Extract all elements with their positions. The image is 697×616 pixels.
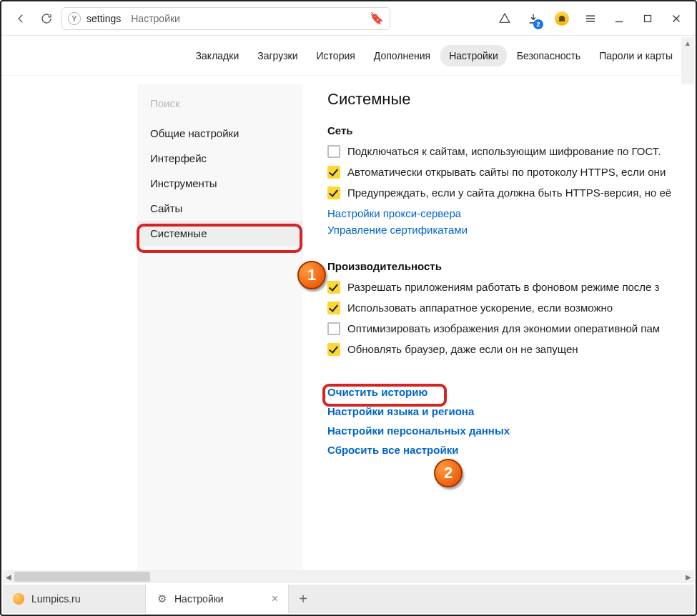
tab-passwords[interactable]: Пароли и карты <box>590 45 681 66</box>
sidebar-search[interactable]: Поиск <box>137 91 303 121</box>
settings-body: Поиск Общие настройки Интерфейс Инструме… <box>1 76 696 582</box>
tab-settings[interactable]: Настройки <box>440 45 507 66</box>
link-personal-data[interactable]: Настройки персональных данных <box>327 424 693 437</box>
scroll-left-icon[interactable]: ◀ <box>3 570 14 583</box>
opt-label: Разрешать приложениям работать в фоновом… <box>347 281 660 293</box>
window-maximize[interactable] <box>636 8 660 29</box>
section-network-heading: Сеть <box>327 124 693 136</box>
action-links: Очистить историю Настройки языка и регио… <box>327 386 693 456</box>
tab-history[interactable]: История <box>308 45 364 66</box>
address-bar[interactable]: Y settings Настройки 🔖 <box>61 7 390 30</box>
checkbox-icon[interactable] <box>327 322 340 335</box>
tab-addons[interactable]: Дополнения <box>365 45 439 66</box>
checkbox-icon[interactable] <box>327 343 340 356</box>
downloads-badge: 2 <box>533 19 543 29</box>
opt-update-browser[interactable]: Обновлять браузер, даже если он не запущ… <box>327 343 693 356</box>
link-proxy-settings[interactable]: Настройки прокси-сервера <box>327 207 693 219</box>
annotation-marker-2: 2 <box>434 459 463 487</box>
checkbox-icon[interactable] <box>327 187 340 199</box>
window-minimize[interactable] <box>607 8 631 29</box>
close-icon[interactable]: × <box>272 592 278 605</box>
settings-tabs: Закладки Загрузки История Дополнения Нас… <box>1 36 696 76</box>
opt-label: Использовать аппаратное ускорение, если … <box>347 302 613 314</box>
opt-label: Обновлять браузер, даже если он не запущ… <box>347 343 578 355</box>
menu-icon[interactable] <box>578 8 603 29</box>
opt-label: Подключаться к сайтам, использующим шифр… <box>347 145 661 157</box>
page-title: Системные <box>327 90 693 109</box>
settings-sidebar: Поиск Общие настройки Интерфейс Инструме… <box>137 84 303 582</box>
address-url: settings <box>86 13 121 24</box>
tab-downloads[interactable]: Загрузки <box>249 45 306 66</box>
browser-chrome: Y settings Настройки 🔖 2 <box>1 1 696 36</box>
scroll-up-icon[interactable]: ▲ <box>681 37 694 49</box>
profile-avatar[interactable] <box>550 8 574 29</box>
link-cert-management[interactable]: Управление сертификатами <box>327 224 693 236</box>
opt-label: Автоматически открывать сайты по протоко… <box>347 166 666 178</box>
browser-tabstrip: Lumpics.ru ⚙ Настройки × + <box>3 585 694 613</box>
browser-tab-lumpics[interactable]: Lumpics.ru <box>3 585 146 613</box>
back-button[interactable] <box>10 8 31 29</box>
link-clear-history[interactable]: Очистить историю <box>327 386 693 398</box>
favicon-icon <box>13 593 24 605</box>
checkbox-icon[interactable] <box>327 166 340 179</box>
section-performance-heading: Производительность <box>327 260 693 272</box>
gear-icon: ⚙ <box>156 593 167 605</box>
sidebar-item-sites[interactable]: Сайты <box>137 196 303 221</box>
annotation-marker-1: 1 <box>297 261 326 289</box>
opt-https-warn[interactable]: Предупреждать, если у сайта должна быть … <box>327 187 693 199</box>
opt-label: Предупреждать, если у сайта должна быть … <box>347 187 671 199</box>
sidebar-item-general[interactable]: Общие настройки <box>137 121 303 146</box>
svg-rect-0 <box>645 15 651 21</box>
new-tab-button[interactable]: + <box>289 585 317 613</box>
browser-tab-settings[interactable]: ⚙ Настройки × <box>146 585 289 613</box>
window-close[interactable] <box>664 8 688 29</box>
tab-title: Настройки <box>174 593 224 605</box>
opt-label: Оптимизировать изображения для экономии … <box>347 322 660 334</box>
alice-icon[interactable] <box>493 8 517 29</box>
scrollbar-thumb[interactable] <box>14 572 150 582</box>
checkbox-icon[interactable] <box>327 145 340 158</box>
bookmark-icon[interactable]: 🔖 <box>370 11 384 25</box>
horizontal-scrollbar[interactable]: ◀ ▶ <box>3 570 694 583</box>
link-reset-settings[interactable]: Сбросить все настройки <box>327 444 693 456</box>
opt-gost[interactable]: Подключаться к сайтам, использующим шифр… <box>327 145 693 158</box>
tab-security[interactable]: Безопасность <box>508 45 589 66</box>
opt-hw-accel[interactable]: Использовать аппаратное ускорение, если … <box>327 302 693 314</box>
tab-title: Lumpics.ru <box>31 593 80 605</box>
sidebar-item-system[interactable]: Системные <box>137 221 303 246</box>
downloads-icon[interactable]: 2 <box>521 8 545 29</box>
link-language-region[interactable]: Настройки языка и региона <box>327 405 693 417</box>
scroll-right-icon[interactable]: ▶ <box>683 570 694 583</box>
opt-background-apps[interactable]: Разрешать приложениям работать в фоновом… <box>327 281 693 294</box>
tab-bookmarks[interactable]: Закладки <box>187 45 248 66</box>
settings-content: Системные Сеть Подключаться к сайтам, ис… <box>315 84 696 582</box>
opt-optimize-images[interactable]: Оптимизировать изображения для экономии … <box>327 322 693 335</box>
checkbox-icon[interactable] <box>327 281 340 294</box>
checkbox-icon[interactable] <box>327 302 340 314</box>
sidebar-item-interface[interactable]: Интерфейс <box>137 146 303 171</box>
yandex-icon: Y <box>68 12 81 25</box>
reload-button[interactable] <box>36 8 57 29</box>
sidebar-item-tools[interactable]: Инструменты <box>137 171 303 196</box>
address-title: Настройки <box>131 13 180 24</box>
opt-https-auto[interactable]: Автоматически открывать сайты по протоко… <box>327 166 693 179</box>
